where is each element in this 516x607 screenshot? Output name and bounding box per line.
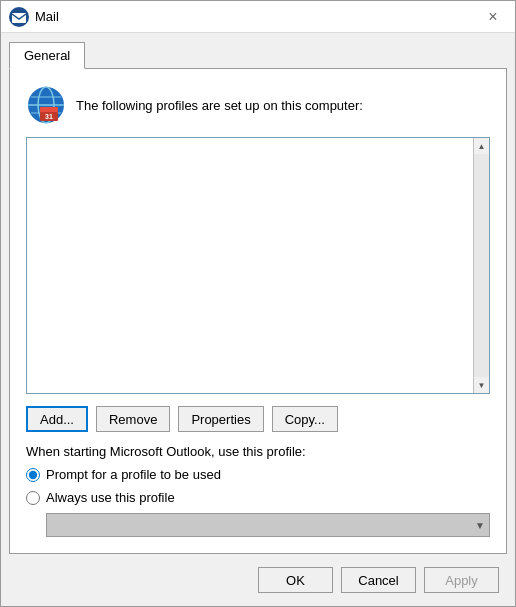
remove-button[interactable]: Remove: [96, 406, 170, 432]
svg-rect-1: [12, 13, 26, 23]
startup-label: When starting Microsoft Outlook, use thi…: [26, 444, 490, 459]
svg-text:31: 31: [45, 113, 53, 120]
apply-button[interactable]: Apply: [424, 567, 499, 593]
title-bar: Mail ×: [1, 1, 515, 33]
close-button[interactable]: ×: [479, 3, 507, 31]
startup-section: When starting Microsoft Outlook, use thi…: [26, 444, 490, 537]
ok-button[interactable]: OK: [258, 567, 333, 593]
add-button[interactable]: Add...: [26, 406, 88, 432]
svg-rect-8: [40, 107, 58, 112]
title-bar-left: Mail: [9, 7, 59, 27]
outlook-icon: 31: [26, 85, 66, 125]
mail-dialog: Mail × General 31 The following profiles: [0, 0, 516, 607]
radio-prompt-label: Prompt for a profile to be used: [46, 467, 221, 482]
action-buttons: Add... Remove Properties Copy...: [26, 406, 490, 432]
radio-always[interactable]: Always use this profile: [26, 490, 490, 505]
scroll-up-button[interactable]: ▲: [474, 138, 490, 154]
profiles-header: 31 The following profiles are set up on …: [26, 85, 490, 125]
footer: OK Cancel Apply: [1, 554, 515, 606]
scrollbar-track[interactable]: [474, 154, 489, 377]
scroll-down-button[interactable]: ▼: [474, 377, 490, 393]
mail-title-icon: [9, 7, 29, 27]
tab-bar: General: [1, 33, 515, 68]
cancel-button[interactable]: Cancel: [341, 567, 416, 593]
content-area: 31 The following profiles are set up on …: [9, 68, 507, 554]
dropdown-arrow-icon: ▼: [475, 520, 485, 531]
radio-always-label: Always use this profile: [46, 490, 175, 505]
window-title: Mail: [35, 9, 59, 24]
radio-prompt-input[interactable]: [26, 468, 40, 482]
properties-button[interactable]: Properties: [178, 406, 263, 432]
scrollbar-vertical[interactable]: ▲ ▼: [473, 138, 489, 393]
profile-dropdown[interactable]: ▼: [46, 513, 490, 537]
profiles-listbox[interactable]: ▲ ▼: [26, 137, 490, 394]
radio-always-input[interactable]: [26, 491, 40, 505]
tab-general[interactable]: General: [9, 42, 85, 69]
copy-button[interactable]: Copy...: [272, 406, 338, 432]
radio-prompt[interactable]: Prompt for a profile to be used: [26, 467, 490, 482]
profiles-header-text: The following profiles are set up on thi…: [76, 98, 363, 113]
